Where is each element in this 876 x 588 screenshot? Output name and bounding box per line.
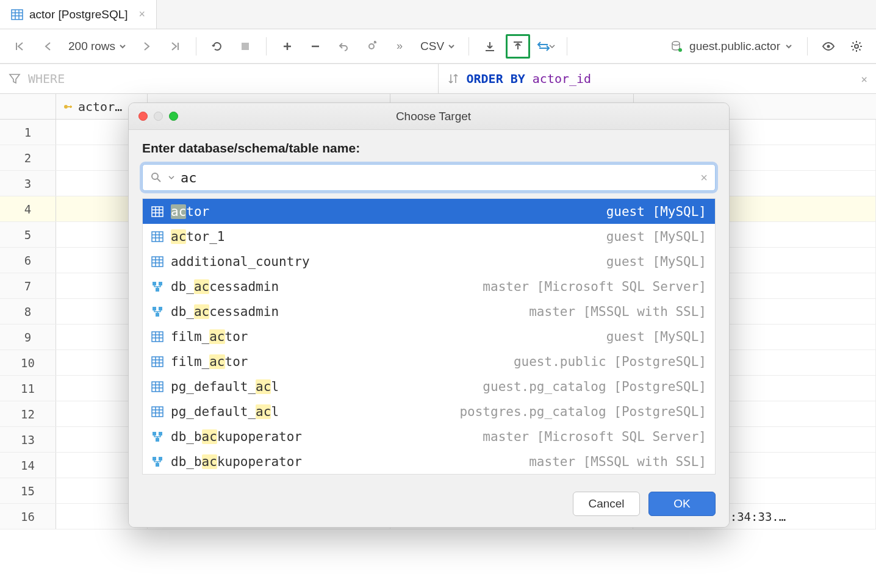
schema-path-label: guest.public.actor [689,40,780,53]
last-page-button[interactable] [163,34,187,59]
export-button[interactable] [506,34,530,59]
row-number[interactable]: 14 [0,453,56,478]
result-name: actor [171,204,599,219]
filter-row: WHERE ORDER BY actor_id × [0,63,876,94]
settings-button[interactable] [844,34,869,59]
chevron-down-icon [448,43,455,50]
result-name: additional_country [171,254,599,269]
table-icon [151,256,163,268]
svg-rect-5 [242,43,249,50]
result-name: db_backupoperator [171,454,522,469]
reload-button[interactable] [205,34,229,59]
where-filter[interactable]: WHERE [0,64,439,93]
search-field[interactable]: × [142,164,716,191]
schema-path-dropdown[interactable]: guest.public.actor [665,40,799,53]
add-row-button[interactable] [275,34,300,59]
svg-rect-22 [152,257,163,267]
orderby-filter[interactable]: ORDER BY actor_id × [439,64,877,93]
chevron-down-icon [119,43,126,50]
toolbar: 200 rows » CSV guest.public.actor [0,29,876,63]
stop-button[interactable] [233,34,257,59]
prev-page-button[interactable] [35,34,60,59]
table-icon [151,206,163,218]
result-item[interactable]: film_actorguest [MySQL] [143,324,715,349]
close-icon[interactable]: × [139,8,146,21]
result-item[interactable]: actorguest [MySQL] [143,199,715,224]
tab-bar: actor [PostgreSQL] × [0,0,876,29]
result-item[interactable]: db_accessadminmaster [Microsoft SQL Serv… [143,274,715,299]
result-item[interactable]: pg_default_aclpostgres.pg_catalog [Postg… [143,399,715,424]
commit-button[interactable] [359,34,384,59]
result-name: db_accessadmin [171,304,522,319]
rows-dropdown[interactable]: 200 rows [63,34,131,59]
svg-rect-27 [153,282,156,285]
next-page-button[interactable] [135,34,159,59]
row-number[interactable]: 1 [0,120,56,145]
view-button[interactable] [816,34,841,59]
svg-rect-32 [156,313,159,317]
row-number[interactable]: 2 [0,145,56,170]
editor-tab[interactable]: actor [PostgreSQL] × [0,0,157,29]
datasource-icon [671,40,684,52]
column-label: actor… [78,99,122,114]
row-number[interactable]: 13 [0,427,56,452]
table-icon [151,406,163,418]
svg-point-9 [855,45,858,48]
result-detail: guest [MySQL] [606,204,706,219]
compare-button[interactable] [534,34,558,59]
row-number[interactable]: 6 [0,248,56,273]
table-icon [11,9,23,21]
row-number[interactable]: 8 [0,299,56,324]
search-icon [150,171,162,184]
result-item[interactable]: db_backupoperatormaster [Microsoft SQL S… [143,424,715,449]
revert-button[interactable] [331,34,356,59]
schema-icon [151,306,163,318]
filter-icon [9,73,21,85]
result-item[interactable]: db_accessadminmaster [MSSQL with SSL] [143,299,715,324]
row-number[interactable]: 11 [0,376,56,401]
result-detail: guest [MySQL] [606,229,706,244]
import-button[interactable] [478,34,502,59]
first-page-button[interactable] [7,34,32,59]
export-format-dropdown[interactable]: CSV [415,34,460,59]
result-name: pg_default_acl [171,379,475,394]
svg-rect-38 [152,357,163,367]
search-input[interactable] [181,170,694,185]
result-item[interactable]: actor_1guest [MySQL] [143,224,715,249]
row-number[interactable]: 4 [0,196,56,221]
chevron-down-icon [549,43,555,49]
result-item[interactable]: pg_default_aclguest.pg_catalog [PostgreS… [143,374,715,399]
svg-rect-57 [159,457,162,461]
row-number[interactable]: 15 [0,478,56,503]
table-icon [151,356,163,368]
row-number[interactable]: 3 [0,171,56,196]
row-number[interactable]: 5 [0,222,56,247]
result-item[interactable]: db_backupoperatormaster [MSSQL with SSL] [143,449,715,474]
clear-icon[interactable]: × [700,171,708,185]
ok-button[interactable]: OK [648,492,716,516]
clear-icon[interactable]: × [861,73,867,85]
dialog-titlebar[interactable]: Choose Target [129,103,729,130]
close-window-icon[interactable] [138,112,148,121]
svg-rect-29 [156,288,159,292]
more-button[interactable]: » [387,34,412,59]
cancel-button[interactable]: Cancel [573,492,640,516]
remove-row-button[interactable] [303,34,328,59]
svg-rect-54 [159,432,162,436]
svg-point-6 [672,41,680,45]
result-item[interactable]: film_actorguest.public [PostgreSQL] [143,349,715,374]
csv-label: CSV [420,40,444,53]
svg-rect-53 [153,432,156,436]
row-number[interactable]: 9 [0,324,56,350]
schema-icon [151,431,163,443]
row-number[interactable]: 10 [0,350,56,375]
row-number[interactable]: 7 [0,273,56,298]
result-item[interactable]: additional_countryguest [MySQL] [143,249,715,274]
row-number[interactable]: 16 [0,504,56,529]
chevron-down-icon[interactable] [168,174,174,181]
svg-rect-12 [152,207,163,217]
key-icon [62,101,73,112]
table-icon [151,331,163,343]
result-detail: guest.pg_catalog [PostgreSQL] [483,379,706,394]
row-number[interactable]: 12 [0,401,56,426]
